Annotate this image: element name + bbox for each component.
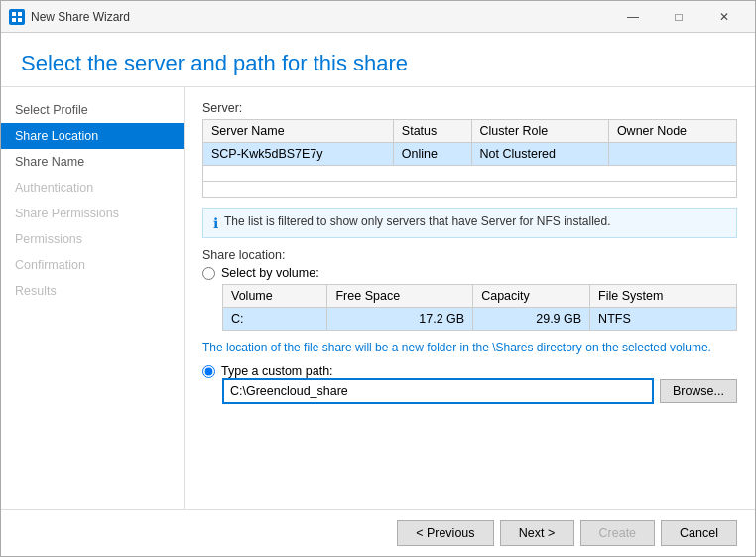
close-button[interactable]: ✕	[701, 1, 747, 33]
cell-server-name: SCP-Kwk5dBS7E7y	[203, 143, 394, 166]
svg-rect-2	[12, 18, 16, 22]
sidebar-item-share-name[interactable]: Share Name	[1, 149, 184, 175]
info-box: ℹ The list is filtered to show only serv…	[202, 208, 737, 238]
server-row-empty-2	[203, 182, 737, 198]
server-label: Server:	[202, 101, 737, 115]
path-input[interactable]	[222, 378, 654, 404]
sidebar-item-permissions: Permissions	[1, 226, 184, 252]
sidebar-item-select-profile[interactable]: Select Profile	[1, 97, 184, 123]
server-row[interactable]: SCP-Kwk5dBS7E7y Online Not Clustered	[203, 143, 737, 166]
info-icon: ℹ	[213, 215, 218, 231]
sidebar: Select Profile Share Location Share Name…	[1, 87, 185, 509]
svg-rect-0	[12, 12, 16, 16]
volume-notice: The location of the file share will be a…	[202, 341, 711, 354]
server-section: Server: Server Name Status Cluster Role …	[202, 101, 737, 198]
vol-col-filesystem: File System	[590, 285, 737, 308]
create-button: Create	[580, 520, 656, 546]
right-panel: Server: Server Name Status Cluster Role …	[185, 87, 755, 509]
cancel-button[interactable]: Cancel	[661, 520, 737, 546]
vol-col-volume: Volume	[223, 285, 327, 308]
cell-cluster-role: Not Clustered	[471, 143, 608, 166]
sidebar-item-confirmation: Confirmation	[1, 252, 184, 278]
cell-status: Online	[393, 143, 471, 166]
col-status: Status	[393, 120, 471, 143]
share-location-label: Share location:	[202, 248, 737, 262]
server-row-empty-1	[203, 166, 737, 182]
window-controls: — □ ✕	[610, 1, 747, 33]
volume-radio[interactable]	[202, 267, 215, 280]
main-body: Select Profile Share Location Share Name…	[1, 87, 755, 509]
path-input-row: Browse...	[222, 378, 737, 404]
custom-path-radio-row: Type a custom path:	[202, 364, 737, 378]
titlebar: New Share Wizard — □ ✕	[1, 1, 755, 33]
app-icon	[9, 9, 25, 25]
col-cluster-role: Cluster Role	[471, 120, 608, 143]
maximize-button[interactable]: □	[656, 1, 701, 33]
sidebar-item-authentication: Authentication	[1, 175, 184, 201]
sidebar-item-share-location[interactable]: Share Location	[1, 123, 184, 149]
browse-button[interactable]: Browse...	[660, 379, 737, 403]
volume-radio-row: Select by volume:	[202, 266, 737, 280]
header-section: Select the server and path for this shar…	[1, 33, 755, 87]
footer: < Previous Next > Create Cancel	[1, 509, 755, 556]
volume-row[interactable]: C: 17.2 GB 29.9 GB NTFS	[223, 308, 737, 331]
info-text: The list is filtered to show only server…	[224, 214, 611, 228]
minimize-button[interactable]: —	[610, 1, 656, 33]
custom-path-radio[interactable]	[202, 365, 215, 378]
server-table: Server Name Status Cluster Role Owner No…	[202, 119, 737, 198]
sidebar-item-results: Results	[1, 278, 184, 304]
col-server-name: Server Name	[203, 120, 394, 143]
vol-cell-filesystem: NTFS	[590, 308, 737, 331]
share-location-section: Share location: Select by volume: Volume…	[202, 248, 737, 404]
svg-rect-1	[18, 12, 22, 16]
svg-rect-3	[18, 18, 22, 22]
vol-cell-capacity: 29.9 GB	[473, 308, 590, 331]
vol-cell-free-space: 17.2 GB	[327, 308, 473, 331]
col-owner-node: Owner Node	[608, 120, 736, 143]
wizard-window: New Share Wizard — □ ✕ Select the server…	[0, 0, 756, 557]
vol-col-capacity: Capacity	[473, 285, 590, 308]
content-area: Select the server and path for this shar…	[1, 33, 755, 556]
custom-path-label[interactable]: Type a custom path:	[221, 364, 333, 378]
cell-owner-node	[608, 143, 736, 166]
sidebar-item-share-permissions: Share Permissions	[1, 201, 184, 226]
volume-radio-label[interactable]: Select by volume:	[221, 266, 319, 280]
page-title: Select the server and path for this shar…	[21, 51, 735, 76]
vol-cell-volume: C:	[223, 308, 327, 331]
vol-col-free-space: Free Space	[327, 285, 473, 308]
next-button[interactable]: Next >	[500, 520, 574, 546]
previous-button[interactable]: < Previous	[397, 520, 493, 546]
volume-table: Volume Free Space Capacity File System C…	[222, 284, 737, 331]
window-title: New Share Wizard	[31, 10, 610, 24]
